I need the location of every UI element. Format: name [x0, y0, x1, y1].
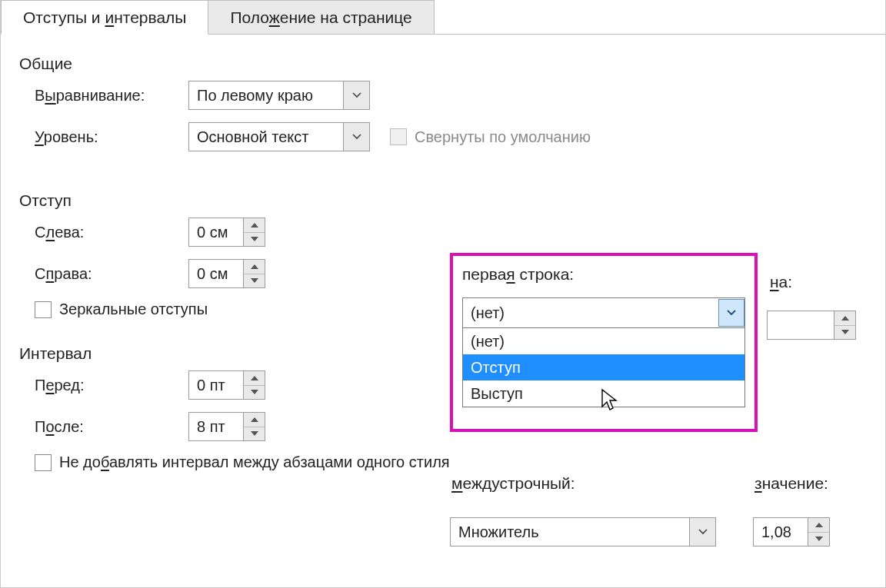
- chevron-down-icon[interactable]: [689, 518, 715, 546]
- alignment-value: По левому краю: [189, 87, 343, 105]
- spacing-before-spinner[interactable]: 0 пт: [188, 370, 265, 400]
- spacing-before-value: 0 пт: [189, 371, 243, 399]
- first-line-selected-value: (нет): [463, 304, 718, 322]
- tab-label: Отступы и интервалы: [23, 8, 186, 27]
- line-spacing-at-label: значение:: [754, 474, 828, 493]
- first-line-option-none[interactable]: (нет): [463, 328, 744, 354]
- outline-level-value: Основной текст: [189, 128, 343, 146]
- spinner-down-icon[interactable]: [808, 532, 829, 546]
- mirror-indents-label: Зеркальные отступы: [59, 301, 208, 318]
- indent-left-value: 0 см: [189, 218, 243, 246]
- spacing-after-label: После:: [19, 418, 188, 436]
- first-line-label: первая строка:: [462, 265, 745, 284]
- spinner-up-icon[interactable]: [244, 371, 265, 385]
- spinner-up-icon[interactable]: [808, 518, 829, 532]
- tab-strip: Отступы и интервалы Положение на страниц…: [1, 0, 885, 35]
- chevron-down-icon[interactable]: [718, 299, 744, 327]
- alignment-combo[interactable]: По левому краю: [188, 81, 370, 110]
- mirror-indents-checkbox[interactable]: [35, 301, 52, 318]
- section-general-title: Общие: [19, 55, 867, 73]
- spinner-down-icon[interactable]: [244, 385, 265, 400]
- spinner-up-icon[interactable]: [244, 413, 265, 427]
- indent-right-value: 0 см: [189, 260, 243, 287]
- first-line-combo[interactable]: (нет) (нет) Отступ Выступ: [462, 297, 745, 407]
- indent-left-spinner[interactable]: 0 см: [188, 218, 265, 247]
- spinner-down-icon[interactable]: [244, 274, 265, 288]
- alignment-label: Выравнивание:: [19, 87, 188, 105]
- chevron-down-icon[interactable]: [343, 123, 369, 151]
- spacing-after-spinner[interactable]: 8 пт: [188, 412, 265, 441]
- indent-left-label: Слева:: [19, 224, 188, 241]
- tab-indents-spacing[interactable]: Отступы и интервалы: [1, 0, 208, 35]
- first-line-dropdown-list: (нет) Отступ Выступ: [463, 327, 744, 407]
- first-line-option-hanging[interactable]: Выступ: [463, 380, 744, 407]
- spacing-after-value: 8 пт: [189, 413, 243, 440]
- line-spacing-at-spinner[interactable]: 1,08: [753, 517, 830, 546]
- spinner-up-icon[interactable]: [834, 311, 855, 325]
- spinner-down-icon[interactable]: [834, 325, 855, 340]
- tab-page-position[interactable]: Положение на странице: [208, 0, 434, 35]
- collapsed-by-default-label: Свернуты по умолчанию: [415, 128, 591, 146]
- spinner-up-icon[interactable]: [244, 218, 265, 232]
- outline-level-label: Уровень:: [19, 128, 188, 146]
- first-line-option-indent[interactable]: Отступ: [463, 354, 744, 380]
- line-spacing-at-value: 1,08: [754, 518, 808, 546]
- first-line-by-value: [768, 311, 834, 339]
- spinner-up-icon[interactable]: [244, 260, 265, 274]
- spinner-down-icon[interactable]: [244, 427, 265, 441]
- tab-label: Положение на странице: [230, 8, 411, 27]
- spinner-down-icon[interactable]: [244, 232, 265, 247]
- outline-level-combo[interactable]: Основной текст: [188, 122, 370, 151]
- collapsed-by-default-checkbox: [390, 128, 407, 145]
- paragraph-dialog: Отступы и интервалы Положение на страниц…: [0, 0, 886, 588]
- line-spacing-combo[interactable]: Множитель: [450, 517, 716, 546]
- spacing-before-label: Перед:: [19, 377, 188, 394]
- line-spacing-label: междустрочный:: [451, 474, 575, 493]
- indent-right-label: Справа:: [19, 265, 188, 283]
- section-indent-title: Отступ: [19, 191, 867, 210]
- first-line-by-spinner[interactable]: [767, 311, 856, 340]
- line-spacing-value: Множитель: [451, 523, 689, 541]
- first-line-by-label: на:: [770, 273, 792, 291]
- no-space-same-style-checkbox[interactable]: [35, 454, 52, 471]
- no-space-same-style-label: Не добавлять интервал между абзацами одн…: [59, 453, 450, 471]
- chevron-down-icon[interactable]: [343, 81, 369, 109]
- indent-right-spinner[interactable]: 0 см: [188, 259, 265, 288]
- first-line-highlight: первая строка: (нет) (нет) Отступ Выступ: [450, 253, 758, 432]
